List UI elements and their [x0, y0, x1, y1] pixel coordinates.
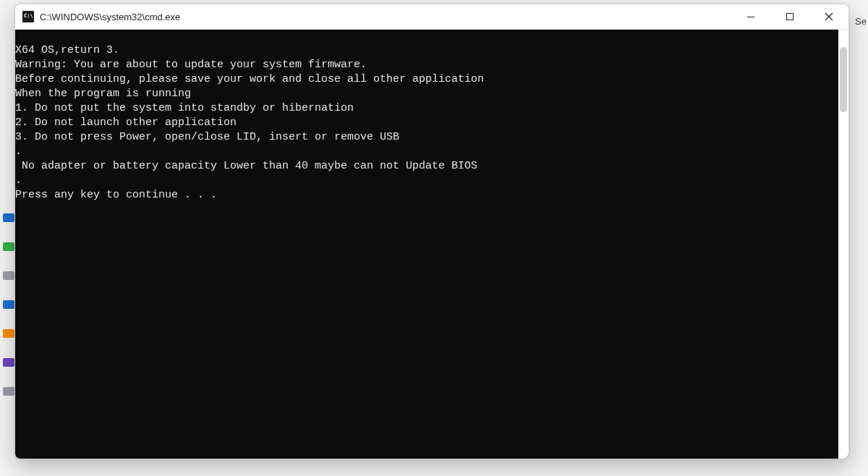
scrollbar-thumb[interactable] [840, 47, 847, 112]
bg-sidebar-item [3, 213, 14, 222]
titlebar[interactable]: C:\ C:\WINDOWS\system32\cmd.exe [15, 4, 848, 30]
svg-text:C:\: C:\ [24, 13, 33, 19]
console-output: X64 OS,return 3. Warning: You are about … [15, 41, 838, 448]
bg-sidebar-item [3, 387, 14, 396]
svg-rect-3 [787, 14, 793, 20]
bg-sidebar-item [3, 300, 14, 309]
minimize-button[interactable] [731, 4, 770, 29]
console-area[interactable]: X64 OS,return 3. Warning: You are about … [15, 30, 848, 459]
window-controls [731, 4, 848, 29]
bg-sidebar-item [3, 242, 14, 251]
minimize-icon [746, 12, 755, 21]
cmd-window: C:\ C:\WINDOWS\system32\cmd.exe [14, 4, 849, 459]
bg-label-se: Se [855, 16, 867, 27]
close-button[interactable] [809, 4, 848, 29]
svg-rect-2 [747, 17, 754, 17]
close-icon [825, 12, 833, 21]
cmd-icon: C:\ [22, 11, 34, 22]
bg-sidebar-item [3, 329, 14, 338]
scrollbar-track[interactable] [838, 30, 848, 459]
maximize-button[interactable] [770, 4, 809, 29]
window-title: C:\WINDOWS\system32\cmd.exe [40, 12, 731, 22]
bg-sidebar-item [3, 271, 14, 280]
bg-sidebar-item [3, 358, 14, 367]
maximize-icon [786, 12, 794, 21]
